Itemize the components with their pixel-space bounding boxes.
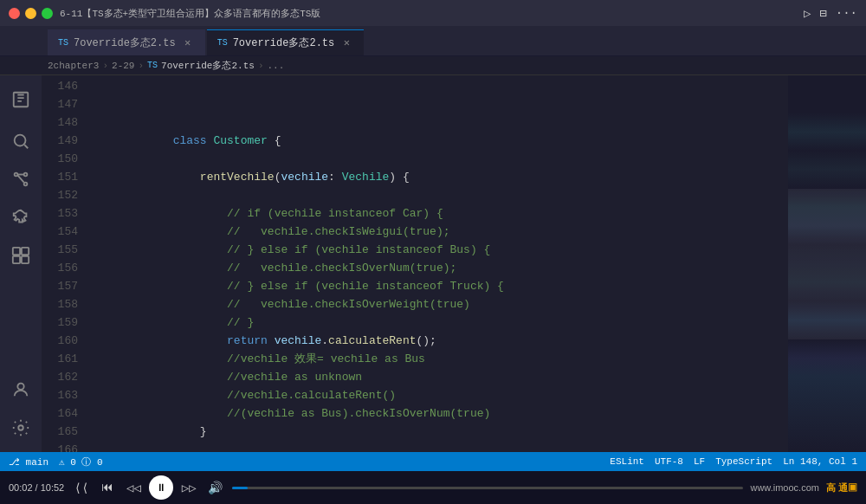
- breadcrumb-item[interactable]: ...: [268, 61, 285, 71]
- code-line: class Customer {: [92, 113, 788, 132]
- activity-bar: [0, 75, 42, 452]
- status-language[interactable]: TypeScript: [715, 456, 772, 467]
- video-logo: 高 通▣: [826, 481, 857, 494]
- activity-extensions[interactable]: [3, 238, 38, 273]
- activity-source-control[interactable]: [3, 162, 38, 197]
- code-line: rentVechile(vechile: Vechile) {: [92, 150, 788, 168]
- svg-line-7: [17, 175, 23, 182]
- minimap: [788, 75, 866, 452]
- breadcrumb-item[interactable]: 2-29: [112, 61, 134, 71]
- svg-rect-8: [13, 248, 20, 255]
- breadcrumb-item[interactable]: 2chapter3: [48, 61, 99, 71]
- activity-debug[interactable]: [3, 200, 38, 235]
- svg-point-3: [15, 173, 18, 177]
- keyword-class: class: [173, 134, 214, 147]
- breadcrumb-item[interactable]: 7override多态2.ts: [161, 59, 255, 72]
- svg-line-2: [24, 145, 28, 148]
- more-icon[interactable]: ···: [836, 6, 857, 20]
- breadcrumb-item[interactable]: TS: [147, 61, 158, 70]
- activity-explorer[interactable]: [3, 82, 38, 117]
- split-icon[interactable]: ⊟: [819, 6, 826, 21]
- status-left: ⎇ main ⚠ 0 ⓘ 0: [9, 456, 103, 468]
- activity-search[interactable]: [3, 124, 38, 158]
- status-branch[interactable]: ⎇ main: [9, 456, 48, 468]
- progress-fill: [232, 487, 248, 489]
- code-line: [92, 77, 788, 95]
- breadcrumb: 2chapter3 › 2-29 › TS 7override多态2.ts › …: [0, 56, 866, 75]
- editor-area: 146 147 148 149 150 151 152 153 154 155 …: [42, 75, 866, 452]
- step-back-button[interactable]: ⏮: [97, 477, 118, 498]
- activity-settings[interactable]: [3, 410, 38, 445]
- status-errors[interactable]: ⚠ 0 ⓘ 0: [59, 456, 103, 468]
- main-area: 146 147 148 149 150 151 152 153 154 155 …: [0, 75, 866, 452]
- function-name: rentVechile: [200, 171, 275, 184]
- status-position[interactable]: Ln 148, Col 1: [783, 456, 857, 467]
- progress-bar[interactable]: [232, 487, 743, 489]
- prev-frame-button[interactable]: ◁◁: [123, 477, 144, 498]
- minimize-button[interactable]: [25, 8, 36, 19]
- breadcrumb-sep: ›: [138, 61, 144, 71]
- window-title: 6-11【TS多态+类型守卫组合运用】众多语言都有的多态TS版: [60, 7, 320, 20]
- status-eslint[interactable]: ESLint: [610, 456, 644, 467]
- svg-point-4: [24, 183, 28, 186]
- rewind-button[interactable]: ⟨⟨: [71, 477, 92, 498]
- svg-rect-10: [13, 256, 20, 263]
- tab-inactive[interactable]: TS 7override多态2.ts ✕: [48, 29, 205, 55]
- activity-account[interactable]: [3, 372, 38, 407]
- status-encoding[interactable]: UTF-8: [655, 456, 683, 467]
- next-frame-button[interactable]: ▷▷: [178, 477, 199, 498]
- class-name: Customer: [213, 134, 267, 147]
- maximize-button[interactable]: [42, 8, 53, 19]
- code-line: // if (vechile instanceof Car) {: [92, 186, 788, 204]
- breadcrumb-sep: ›: [102, 61, 108, 71]
- code-lines: class Customer { rentVechile(vechile: Ve…: [85, 75, 788, 452]
- volume-icon[interactable]: 🔊: [204, 477, 225, 498]
- video-bar: 00:02 / 10:52 ⟨⟨ ⏮ ◁◁ ⏸ ▷▷ 🔊 www.imooc.c…: [0, 471, 866, 504]
- status-eol[interactable]: LF: [694, 456, 705, 467]
- pause-button[interactable]: ⏸: [149, 475, 173, 500]
- status-bar: ⎇ main ⚠ 0 ⓘ 0 ESLint UTF-8 LF TypeScrip…: [0, 452, 866, 471]
- video-url: www.imooc.com: [750, 482, 818, 493]
- video-controls: ⟨⟨ ⏮ ◁◁ ⏸ ▷▷ 🔊: [71, 475, 225, 500]
- run-icon[interactable]: ▷: [804, 6, 811, 21]
- tab-label-inactive: 7override多态2.ts: [74, 36, 176, 50]
- svg-point-12: [17, 384, 23, 390]
- video-time: 00:02 / 10:52: [9, 482, 64, 493]
- minimap-highlight: [788, 189, 866, 339]
- tab-close-icon[interactable]: ✕: [181, 36, 195, 50]
- code-line: [92, 95, 788, 113]
- svg-point-1: [15, 135, 26, 146]
- svg-rect-9: [22, 248, 29, 255]
- code-line: }: [92, 441, 788, 452]
- line-numbers: 146 147 148 149 150 151 152 153 154 155 …: [42, 75, 85, 452]
- tab-close-active-icon[interactable]: ✕: [339, 36, 353, 50]
- title-bar: 6-11【TS多态+类型守卫组合运用】众多语言都有的多态TS版 ▷ ⊟ ···: [0, 0, 866, 26]
- svg-point-5: [24, 173, 28, 177]
- tab-label-active: 7override多态2.ts: [233, 36, 335, 50]
- code-editor[interactable]: 146 147 148 149 150 151 152 153 154 155 …: [42, 75, 866, 452]
- tab-active[interactable]: TS 7override多态2.ts ✕: [207, 29, 365, 55]
- breadcrumb-sep: ›: [258, 61, 264, 71]
- close-button[interactable]: [9, 8, 20, 19]
- svg-point-13: [18, 425, 23, 430]
- status-right: ESLint UTF-8 LF TypeScript Ln 148, Col 1: [610, 456, 857, 467]
- svg-rect-11: [22, 256, 29, 263]
- tab-bar: TS 7override多态2.ts ✕ TS 7override多态2.ts …: [0, 26, 866, 56]
